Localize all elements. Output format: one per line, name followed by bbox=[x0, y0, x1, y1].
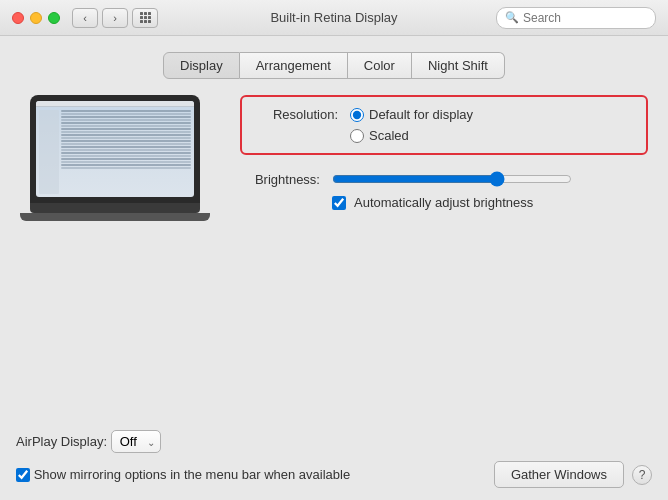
resolution-default-option[interactable]: Default for display bbox=[350, 107, 473, 122]
airplay-select-wrapper: Off On ⌄ bbox=[111, 430, 161, 453]
tab-arrangement[interactable]: Arrangement bbox=[240, 52, 348, 79]
brightness-slider[interactable] bbox=[332, 171, 572, 187]
tab-night-shift[interactable]: Night Shift bbox=[412, 52, 505, 79]
resolution-box: Resolution: Default for display Scaled bbox=[240, 95, 648, 155]
search-icon: 🔍 bbox=[505, 11, 519, 24]
help-button[interactable]: ? bbox=[632, 465, 652, 485]
resolution-default-radio[interactable] bbox=[350, 108, 364, 122]
traffic-lights bbox=[12, 12, 60, 24]
gather-windows-button[interactable]: Gather Windows bbox=[494, 461, 624, 488]
airplay-select[interactable]: Off On bbox=[111, 430, 161, 453]
airplay-line: AirPlay Display: Off On ⌄ bbox=[16, 430, 652, 453]
mirroring-line: Show mirroring options in the menu bar w… bbox=[16, 467, 494, 482]
resolution-label: Resolution: bbox=[258, 107, 338, 122]
mirroring-checkbox[interactable] bbox=[16, 468, 30, 482]
resolution-scaled-option[interactable]: Scaled bbox=[350, 128, 409, 143]
auto-brightness-row: Automatically adjust brightness bbox=[240, 195, 648, 210]
main-content: Display Arrangement Color Night Shift bbox=[0, 36, 668, 235]
brightness-label: Brightness: bbox=[240, 172, 320, 187]
grid-icon bbox=[140, 12, 151, 23]
maximize-button[interactable] bbox=[48, 12, 60, 24]
laptop-graphic bbox=[20, 95, 210, 235]
mirroring-label: Show mirroring options in the menu bar w… bbox=[34, 467, 351, 482]
grid-button[interactable] bbox=[132, 8, 158, 28]
tab-display[interactable]: Display bbox=[163, 52, 240, 79]
scaled-row: Scaled bbox=[258, 128, 630, 143]
brightness-row: Brightness: bbox=[240, 171, 648, 187]
nav-buttons: ‹ › bbox=[72, 8, 128, 28]
window-title: Built-in Retina Display bbox=[270, 10, 397, 25]
auto-brightness-label: Automatically adjust brightness bbox=[354, 195, 533, 210]
tabs: Display Arrangement Color Night Shift bbox=[20, 52, 648, 79]
tab-color[interactable]: Color bbox=[348, 52, 412, 79]
bottom-row: Show mirroring options in the menu bar w… bbox=[16, 461, 652, 488]
resolution-default-label: Default for display bbox=[369, 107, 473, 122]
back-button[interactable]: ‹ bbox=[72, 8, 98, 28]
settings-panel: Resolution: Default for display Scaled bbox=[240, 95, 648, 235]
titlebar: ‹ › Built-in Retina Display 🔍 bbox=[0, 0, 668, 36]
resolution-scaled-radio[interactable] bbox=[350, 129, 364, 143]
settings-area: Resolution: Default for display Scaled bbox=[20, 95, 648, 235]
resolution-row: Resolution: Default for display bbox=[258, 107, 630, 122]
brightness-slider-container bbox=[332, 171, 648, 187]
auto-brightness-checkbox[interactable] bbox=[332, 196, 346, 210]
laptop-image bbox=[20, 95, 220, 235]
footer-area: AirPlay Display: Off On ⌄ Show mirroring… bbox=[0, 430, 668, 500]
action-buttons: Gather Windows ? bbox=[494, 461, 652, 488]
close-button[interactable] bbox=[12, 12, 24, 24]
search-input[interactable] bbox=[523, 11, 647, 25]
minimize-button[interactable] bbox=[30, 12, 42, 24]
resolution-scaled-label: Scaled bbox=[369, 128, 409, 143]
forward-button[interactable]: › bbox=[102, 8, 128, 28]
search-box[interactable]: 🔍 bbox=[496, 7, 656, 29]
airplay-label: AirPlay Display: bbox=[16, 434, 107, 449]
